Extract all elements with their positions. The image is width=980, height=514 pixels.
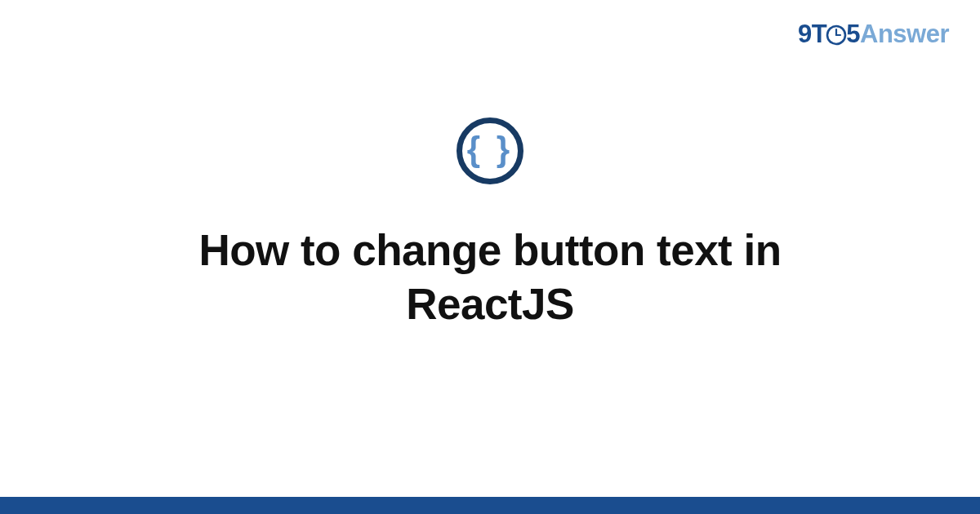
main-content: { } How to change button text in ReactJS (0, 0, 980, 514)
code-braces-icon: { } (457, 117, 523, 184)
footer-accent-bar (0, 497, 980, 514)
braces-glyph: { } (467, 132, 513, 166)
page-title: How to change button text in ReactJS (122, 224, 858, 332)
